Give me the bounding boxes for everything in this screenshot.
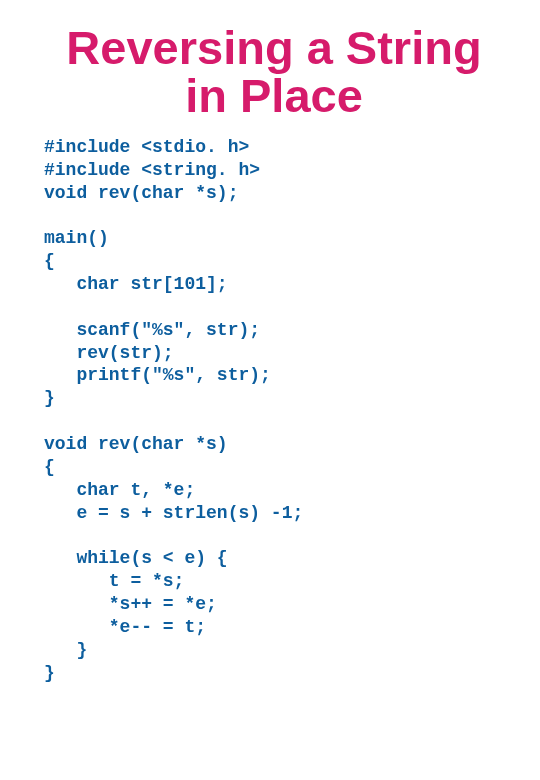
slide-page: Reversing a String in Place #include <st… <box>0 0 540 780</box>
slide-title: Reversing a String in Place <box>44 24 504 120</box>
code-block: #include <stdio. h> #include <string. h>… <box>44 136 504 685</box>
